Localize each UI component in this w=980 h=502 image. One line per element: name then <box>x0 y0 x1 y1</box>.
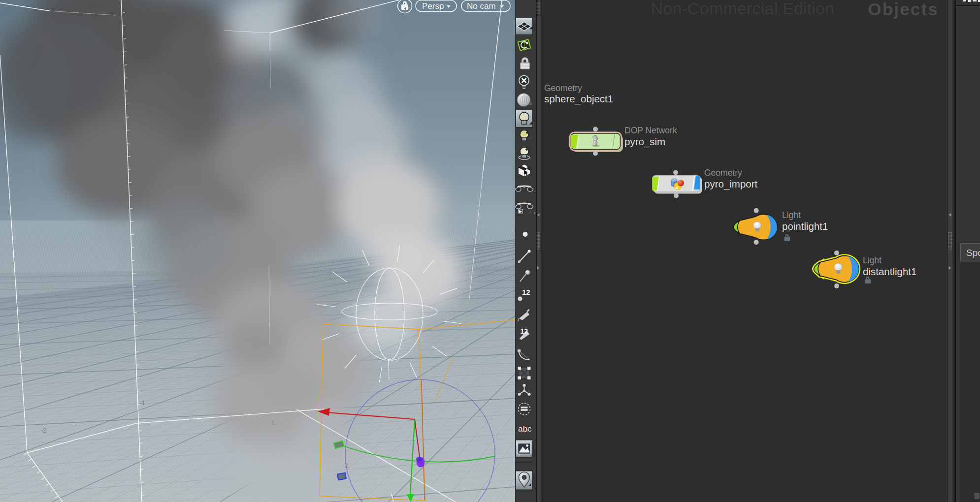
svg-text:Light: Light <box>782 210 801 220</box>
svg-text:No cam: No cam <box>467 1 496 11</box>
svg-text:Objects: Objects <box>868 0 939 19</box>
svg-text:pointlight1: pointlight1 <box>782 220 828 232</box>
svg-text:Light: Light <box>863 255 882 265</box>
svg-text:Persp: Persp <box>422 1 444 11</box>
svg-text:Geometry: Geometry <box>544 83 582 93</box>
svg-text:distantlight1: distantlight1 <box>863 266 916 277</box>
svg-text:DOP Network: DOP Network <box>624 126 677 135</box>
svg-text:Non-Commercial Edition: Non-Commercial Edition <box>651 0 835 18</box>
svg-text:2.: 2. <box>345 462 350 469</box>
svg-text:pyro_import: pyro_import <box>704 178 758 190</box>
svg-text:Geometry: Geometry <box>704 168 742 178</box>
svg-text:-1: -1 <box>139 399 145 407</box>
svg-text:sphere_object1: sphere_object1 <box>544 93 613 105</box>
svg-text:1.: 1. <box>271 419 277 427</box>
svg-text:pyro_sim: pyro_sim <box>624 136 665 148</box>
svg-text:-2: -2 <box>41 427 47 434</box>
